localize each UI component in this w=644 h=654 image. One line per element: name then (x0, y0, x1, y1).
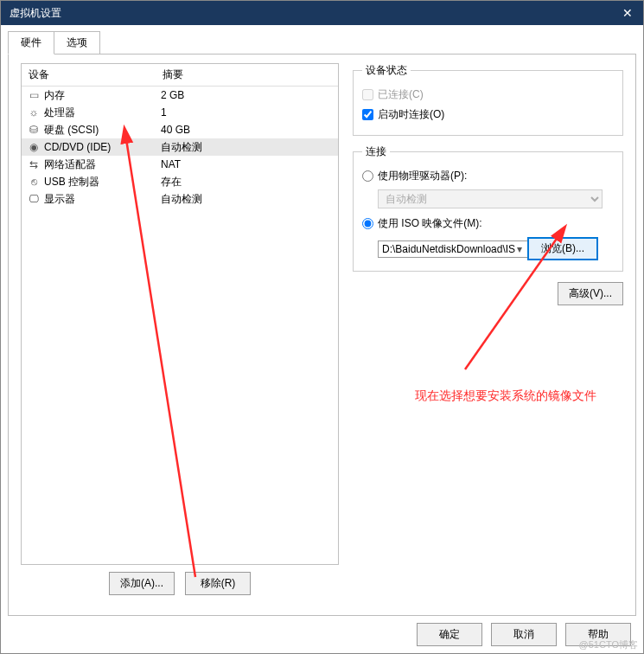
row-summary: 1 (161, 106, 338, 119)
row-summary: NAT (161, 158, 338, 170)
network-icon: ⇆ (27, 157, 41, 171)
right-panel: 设备状态 已连接(C) 启动时连接(O) 连接 使用物理驱动器(P): 自动检测 (353, 63, 623, 606)
connection-group: 连接 使用物理驱动器(P): 自动检测 使用 ISO 映像文件(M): ▾ 浏览… (353, 144, 623, 272)
row-label: 显示器 (44, 192, 161, 207)
display-icon: 🖵 (27, 192, 41, 206)
tab-hardware[interactable]: 硬件 (8, 31, 54, 54)
connection-legend: 连接 (362, 144, 390, 159)
row-cddvd[interactable]: ◉ CD/DVD (IDE) 自动检测 (22, 138, 338, 156)
cancel-button[interactable]: 取消 (491, 623, 557, 646)
row-memory[interactable]: ▭ 内存 2 GB (22, 87, 338, 104)
advanced-row: 高级(V)... (353, 282, 623, 305)
disk-icon: ⛁ (27, 123, 41, 137)
device-status-legend: 设备状态 (362, 63, 411, 78)
add-button[interactable]: 添加(A)... (109, 572, 175, 595)
remove-button[interactable]: 移除(R) (185, 572, 251, 595)
chevron-down-icon[interactable]: ▾ (517, 243, 522, 255)
row-summary: 存在 (161, 175, 338, 189)
iso-label: 使用 ISO 映像文件(M): (378, 216, 482, 231)
iso-row[interactable]: 使用 ISO 映像文件(M): (362, 214, 614, 234)
connected-label: 已连接(C) (378, 87, 424, 102)
disc-icon: ◉ (27, 140, 41, 154)
physical-drive-select: 自动检测 (378, 189, 603, 208)
device-list: 设备 摘要 ▭ 内存 2 GB ☼ 处理器 1 ⛁ 硬盘 (SCSI) 40 G… (21, 63, 339, 565)
row-summary: 自动检测 (161, 192, 338, 207)
row-summary: 自动检测 (161, 140, 338, 155)
row-label: 网络适配器 (44, 157, 161, 172)
iso-path-row: ▾ 浏览(B)... (378, 237, 614, 260)
advanced-button[interactable]: 高级(V)... (558, 282, 623, 305)
list-header: 设备 摘要 (22, 64, 338, 87)
row-summary: 40 GB (161, 124, 338, 136)
usb-icon: ⎋ (27, 175, 41, 189)
close-icon[interactable]: ✕ (619, 4, 636, 22)
physical-drive-radio[interactable] (362, 170, 373, 182)
tab-strip: 硬件 选项 (8, 30, 636, 54)
browse-button[interactable]: 浏览(B)... (527, 237, 598, 260)
iso-radio[interactable] (362, 218, 373, 229)
left-button-row: 添加(A)... 移除(R) (21, 572, 339, 595)
row-label: USB 控制器 (44, 175, 161, 189)
row-label: 硬盘 (SCSI) (44, 123, 161, 138)
row-label: 处理器 (44, 106, 161, 120)
row-label: CD/DVD (IDE) (44, 141, 161, 153)
connected-checkbox (362, 89, 373, 100)
row-label: 内存 (44, 88, 161, 103)
help-button[interactable]: 帮助 (565, 623, 631, 646)
header-summary: 摘要 (163, 67, 338, 82)
connect-poweron-label: 启动时连接(O) (378, 107, 444, 122)
memory-icon: ▭ (27, 88, 41, 102)
physical-drive-row[interactable]: 使用物理驱动器(P): (362, 166, 614, 186)
row-network[interactable]: ⇆ 网络适配器 NAT (22, 156, 338, 173)
row-display[interactable]: 🖵 显示器 自动检测 (22, 190, 338, 208)
row-cpu[interactable]: ☼ 处理器 1 (22, 104, 338, 121)
connect-poweron-row[interactable]: 启动时连接(O) (362, 105, 614, 125)
row-usb[interactable]: ⎋ USB 控制器 存在 (22, 173, 338, 190)
row-disk[interactable]: ⛁ 硬盘 (SCSI) 40 GB (22, 121, 338, 138)
ok-button[interactable]: 确定 (417, 623, 482, 646)
tab-options[interactable]: 选项 (54, 31, 100, 54)
physical-drive-label: 使用物理驱动器(P): (378, 169, 467, 183)
header-device: 设备 (29, 67, 163, 82)
left-panel: 设备 摘要 ▭ 内存 2 GB ☼ 处理器 1 ⛁ 硬盘 (SCSI) 40 G… (21, 63, 339, 606)
titlebar: 虚拟机设置 ✕ (1, 1, 643, 25)
vm-settings-window: 虚拟机设置 ✕ 硬件 选项 设备 摘要 ▭ 内存 2 GB ☼ 处理器 (0, 0, 644, 654)
window-title: 虚拟机设置 (10, 6, 61, 21)
row-summary: 2 GB (161, 89, 338, 101)
content: 设备 摘要 ▭ 内存 2 GB ☼ 处理器 1 ⛁ 硬盘 (SCSI) 40 G… (8, 54, 636, 616)
connected-checkbox-row: 已连接(C) (362, 85, 614, 105)
dialog-buttons: 确定 取消 帮助 (417, 623, 631, 646)
device-status-group: 设备状态 已连接(C) 启动时连接(O) (353, 63, 623, 136)
connect-poweron-checkbox[interactable] (362, 109, 373, 120)
cpu-icon: ☼ (27, 106, 41, 119)
iso-path-input[interactable] (378, 240, 529, 258)
